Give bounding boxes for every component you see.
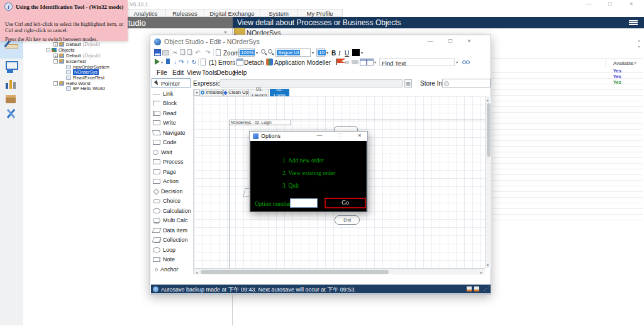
palette-item-action[interactable]: Action xyxy=(153,178,179,184)
tree-item[interactable]: BP Hello World xyxy=(66,86,105,91)
palette-item-read[interactable]: Read xyxy=(153,110,177,116)
palette-item-decision[interactable]: Decision xyxy=(153,188,183,195)
palette-item-process[interactable]: Process xyxy=(153,159,184,165)
chevron-down-icon[interactable]: ▾ xyxy=(312,50,314,55)
cut-icon[interactable]: ✂ xyxy=(172,49,179,56)
scrollbar-thumb[interactable] xyxy=(201,270,389,274)
font-color-swatch[interactable] xyxy=(352,49,360,56)
zoom-select[interactable]: 100% xyxy=(238,48,255,57)
chevron-down-icon[interactable]: ▾ xyxy=(256,50,258,55)
palette-item-link[interactable]: Link xyxy=(153,91,174,97)
hamburger-icon[interactable] xyxy=(629,20,638,21)
minimize-icon[interactable]: — xyxy=(315,132,324,139)
underline-button[interactable]: U xyxy=(345,50,349,57)
palette-item-calculation[interactable]: Calculation xyxy=(153,208,191,214)
application-modeller-label[interactable]: Application Modeller xyxy=(274,59,331,66)
pointer-tool-button[interactable]: Pointer xyxy=(152,78,191,88)
expression-input[interactable] xyxy=(219,79,403,88)
system-icon[interactable] xyxy=(6,109,16,119)
tree-item[interactable]: + Default (Default) xyxy=(53,53,100,58)
scroll-up-icon[interactable]: ▴ xyxy=(635,38,643,42)
tree-item[interactable]: - ExcelTest xyxy=(53,59,86,64)
scrollbar-thumb[interactable] xyxy=(487,103,491,157)
snapshot-icon[interactable] xyxy=(352,60,358,64)
expand-toggle[interactable]: - xyxy=(53,59,58,64)
expand-toggle[interactable]: - xyxy=(53,81,58,86)
tree-item[interactable]: - Objects xyxy=(46,47,74,52)
palette-item-loop[interactable]: Loop xyxy=(153,247,175,253)
menu-edit[interactable]: Edit xyxy=(172,69,184,76)
chevron-down-icon[interactable]: ▾ xyxy=(374,60,376,64)
zoom-in-icon[interactable] xyxy=(261,49,265,54)
vertical-scrollbar[interactable]: ▴ ▾ xyxy=(485,96,491,268)
tree-item[interactable]: + Default (Default) xyxy=(53,42,100,47)
redo-icon[interactable]: ↷ xyxy=(204,49,211,56)
font-select[interactable]: Segoe UI xyxy=(275,48,311,57)
expression-editor-button[interactable]: ▦ xyxy=(404,79,412,88)
minimize-icon[interactable]: — xyxy=(584,1,594,7)
font-size-select[interactable]: 10 xyxy=(316,48,325,57)
palette-item-multi-calc[interactable]: Multi Calc xyxy=(153,217,188,223)
horizontal-scrollbar[interactable]: ◂ ▸ xyxy=(194,268,485,274)
close-icon[interactable]: × xyxy=(464,37,474,44)
expand-toggle[interactable]: - xyxy=(46,48,50,52)
flag-icon[interactable] xyxy=(336,59,337,65)
control-room-icon[interactable] xyxy=(6,61,18,70)
menu-view[interactable]: View xyxy=(187,69,201,76)
studio-icon[interactable] xyxy=(6,40,17,48)
releases-icon[interactable] xyxy=(6,95,16,103)
chevron-down-icon[interactable]: ▾ xyxy=(361,50,363,55)
chevron-down-icon[interactable]: ▾ xyxy=(161,60,163,64)
chevron-down-icon[interactable]: ▾ xyxy=(326,50,328,55)
tab-initialise[interactable]: Initialise xyxy=(201,89,223,96)
palette-item-choice[interactable]: Choice xyxy=(153,198,180,204)
errors-icon[interactable] xyxy=(201,59,206,65)
tab-analytics[interactable]: Analytics xyxy=(125,9,166,17)
palette-item-collection[interactable]: Collection xyxy=(153,237,188,243)
store-in-input[interactable] xyxy=(442,79,491,88)
scroll-left-icon[interactable]: ◂ xyxy=(196,270,197,274)
tab-my-profile[interactable]: My Profile xyxy=(297,9,343,17)
scroll-right-icon[interactable]: ▸ xyxy=(480,270,482,274)
find-icon[interactable] xyxy=(462,59,469,65)
tab-01-launch[interactable]: 01. Launch xyxy=(250,89,269,96)
expand-toggle[interactable]: + xyxy=(53,54,58,58)
go-button[interactable]: Go xyxy=(325,198,366,208)
menu-file[interactable]: File xyxy=(157,69,167,76)
palette-item-note[interactable]: Note xyxy=(153,256,175,263)
tab-system[interactable]: System xyxy=(260,9,297,17)
scroll-down-icon[interactable]: ▾ xyxy=(635,44,643,48)
palette-item-block[interactable]: Block xyxy=(153,100,177,106)
save-icon[interactable] xyxy=(154,49,161,56)
reset-icon[interactable]: ↻ xyxy=(191,59,197,65)
maximize-icon[interactable]: □ xyxy=(605,1,615,7)
pause-icon[interactable] xyxy=(166,59,170,64)
tab-releases[interactable]: Releases xyxy=(165,9,204,17)
minimize-icon[interactable]: — xyxy=(425,37,435,44)
end-stage[interactable]: End xyxy=(335,215,360,225)
errors-label[interactable]: (1) Errors xyxy=(209,59,235,66)
resize-grip-icon[interactable]: ⋰ xyxy=(484,286,489,291)
zoom-out-icon[interactable] xyxy=(268,49,272,54)
menu-help[interactable]: Help xyxy=(233,69,247,76)
option-number-input[interactable] xyxy=(290,198,318,208)
page-icon[interactable] xyxy=(216,49,221,56)
copy-icon[interactable] xyxy=(180,49,185,55)
tree-item[interactable]: ReadExcelTest xyxy=(66,75,104,80)
detach-icon[interactable] xyxy=(236,59,243,65)
palette-item-navigate[interactable]: Navigate xyxy=(153,130,186,136)
palette-item-write[interactable]: Write xyxy=(153,120,176,126)
panel-icon[interactable] xyxy=(360,59,367,65)
palette-item-anchor[interactable]: Anchor xyxy=(153,266,179,273)
analytics-icon[interactable] xyxy=(6,79,17,89)
tab-digital-exchange[interactable]: Digital Exchange xyxy=(204,9,260,17)
tree-item-selected[interactable]: NOrderSys xyxy=(66,69,99,74)
menu-tools[interactable]: Tools xyxy=(202,69,218,76)
page-tab-dropdown[interactable]: ▾ xyxy=(194,89,200,96)
palette-item-wait[interactable]: Wait xyxy=(153,149,172,156)
panel-icon[interactable] xyxy=(367,59,374,65)
italic-button[interactable]: I xyxy=(338,50,340,57)
maximize-icon[interactable]: □ xyxy=(445,37,455,44)
close-icon[interactable]: × xyxy=(355,132,364,139)
scroll-down-icon[interactable]: ▾ xyxy=(487,263,489,267)
